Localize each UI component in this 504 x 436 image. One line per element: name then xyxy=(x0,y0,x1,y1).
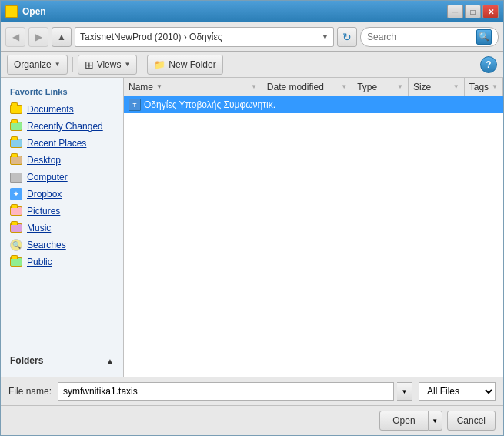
sidebar-item-desktop-label: Desktop xyxy=(27,155,61,166)
col-type-label: Type xyxy=(357,82,377,92)
sidebar-item-pictures-label: Pictures xyxy=(27,206,60,216)
filename-dropdown-arrow[interactable]: ▼ xyxy=(397,382,412,401)
sidebar-bottom: Folders ▲ xyxy=(1,350,123,371)
column-headers: Name ▼ ▼ Date modified ▼ Type ▼ Size ▼ xyxy=(124,78,503,96)
filename-label: File name: xyxy=(8,386,52,397)
sidebar-item-pictures[interactable]: Pictures xyxy=(1,203,123,220)
views-label: Views xyxy=(97,59,122,70)
table-row[interactable]: T Οδηγίες Υποβολής Συμφωνητικ... symfwni… xyxy=(124,96,503,113)
organize-button[interactable]: Organize ▼ xyxy=(7,55,68,75)
dropbox-icon: ✦ xyxy=(10,188,22,200)
new-folder-label: New Folder xyxy=(169,59,215,70)
minimize-button[interactable]: ─ xyxy=(447,5,463,18)
computer-icon xyxy=(10,171,22,183)
sidebar-item-recent-places-label: Recent Places xyxy=(27,138,86,149)
organize-arrow: ▼ xyxy=(55,61,61,68)
sidebar-section-title: Favorite Links xyxy=(1,84,123,99)
file-type-icon: T xyxy=(129,99,141,111)
col-name-sort: ▼ xyxy=(156,83,162,90)
public-icon xyxy=(10,256,22,268)
forward-button[interactable]: ▶ xyxy=(28,27,48,47)
music-icon xyxy=(10,222,22,234)
sidebar-item-music[interactable]: Music xyxy=(1,220,123,236)
col-header-tags[interactable]: Tags ▼ xyxy=(465,78,503,96)
sidebar-item-music-label: Music xyxy=(27,223,51,233)
refresh-button[interactable]: ↻ xyxy=(337,27,357,47)
col-header-size[interactable]: Size ▼ xyxy=(409,78,465,96)
new-folder-button[interactable]: 📁 New Folder xyxy=(147,55,222,75)
recently-changed-icon xyxy=(10,120,22,132)
sidebar-item-computer[interactable]: Computer xyxy=(1,169,123,186)
col-size-label: Size xyxy=(413,82,431,92)
views-arrow: ▼ xyxy=(124,61,130,68)
pictures-icon xyxy=(10,205,22,217)
path-text: TaxisnetNewProd (2010) › Οδηγίες xyxy=(80,32,222,42)
sidebar-item-searches[interactable]: 🔍 Searches xyxy=(1,236,123,253)
col-tags-label: Tags xyxy=(469,82,489,92)
sidebar-item-recently-changed-label: Recently Changed xyxy=(27,121,103,132)
sidebar-item-dropbox-label: Dropbox xyxy=(27,189,62,200)
sidebar: Favorite Links Documents Recently Change… xyxy=(1,78,124,377)
organize-label: Organize xyxy=(14,59,52,70)
up-button[interactable]: ▲ xyxy=(52,27,72,47)
file-list-area: Name ▼ ▼ Date modified ▼ Type ▼ Size ▼ xyxy=(124,78,503,377)
search-input[interactable] xyxy=(367,32,473,42)
sidebar-item-public-label: Public xyxy=(27,257,52,267)
col-header-date[interactable]: Date modified ▼ xyxy=(262,78,352,96)
toolbar-separator-2 xyxy=(142,57,142,72)
bottom-bar: File name: ▼ All Files xyxy=(1,377,503,405)
maximize-button[interactable]: □ xyxy=(465,5,481,18)
folders-arrow: ▲ xyxy=(106,357,114,365)
path-dropdown[interactable]: TaxisnetNewProd (2010) › Οδηγίες ▼ xyxy=(75,27,334,47)
window-controls: ─ □ ✕ xyxy=(447,5,499,18)
back-button[interactable]: ◀ xyxy=(5,27,25,47)
sidebar-item-public[interactable]: Public xyxy=(1,253,123,270)
filename-input-wrapper: ▼ xyxy=(58,382,412,401)
filetype-select-wrapper: All Files xyxy=(419,382,496,401)
address-bar: ◀ ▶ ▲ TaxisnetNewProd (2010) › Οδηγίες ▼… xyxy=(1,22,503,52)
help-label: ? xyxy=(486,59,491,70)
help-button[interactable]: ? xyxy=(480,56,497,73)
path-dropdown-arrow: ▼ xyxy=(322,33,329,41)
folders-section[interactable]: Folders ▲ xyxy=(1,350,123,371)
views-button[interactable]: ⊞ Views ▼ xyxy=(78,55,138,75)
window-icon xyxy=(5,5,18,18)
window-title: Open xyxy=(22,6,447,17)
col-header-type[interactable]: Type ▼ xyxy=(352,78,409,96)
open-button-group: Open ▼ xyxy=(379,411,442,431)
open-button[interactable]: Open xyxy=(379,411,428,431)
search-box: 🔍 xyxy=(360,27,499,47)
col-name-label: Name xyxy=(129,82,153,92)
filename-input[interactable] xyxy=(58,382,394,401)
sidebar-item-recent-places[interactable]: Recent Places xyxy=(1,135,123,152)
sidebar-item-desktop[interactable]: Desktop xyxy=(1,152,123,169)
file-cell-size xyxy=(433,96,494,113)
recent-places-icon xyxy=(10,137,22,149)
searches-icon: 🔍 xyxy=(10,239,22,251)
content-area: Favorite Links Documents Recently Change… xyxy=(1,78,503,377)
toolbar: Organize ▼ ⊞ Views ▼ 📁 New Folder ? xyxy=(1,52,503,78)
folders-label: Folders xyxy=(10,355,43,366)
filetype-select[interactable]: All Files xyxy=(419,382,496,401)
file-cell-name: T Οδηγίες Υποβολής Συμφωνητικ... symfwni… xyxy=(124,96,275,113)
file-cell-type xyxy=(373,96,434,113)
file-name-prefix: Οδηγίες Υποβολής Συμφωνητικ... xyxy=(144,99,275,110)
sidebar-item-recently-changed[interactable]: Recently Changed xyxy=(1,118,123,135)
sidebar-item-dropbox[interactable]: ✦ Dropbox xyxy=(1,186,123,203)
title-bar: Open ─ □ ✕ xyxy=(1,1,503,22)
file-rows: T Οδηγίες Υποβολής Συμφωνητικ... symfwni… xyxy=(124,96,503,377)
sidebar-item-computer-label: Computer xyxy=(27,172,68,183)
desktop-icon xyxy=(10,154,22,166)
open-button-arrow[interactable]: ▼ xyxy=(429,411,442,431)
file-cell-tags xyxy=(494,96,503,113)
file-cell-date xyxy=(275,96,373,113)
search-button[interactable]: 🔍 xyxy=(476,29,492,45)
bottom-buttons-bar: Open ▼ Cancel xyxy=(1,405,503,435)
close-button[interactable]: ✕ xyxy=(482,5,499,18)
col-date-label: Date modified xyxy=(267,82,324,92)
col-header-name[interactable]: Name ▼ ▼ xyxy=(124,78,262,96)
sidebar-item-documents[interactable]: Documents xyxy=(1,101,123,118)
sidebar-item-searches-label: Searches xyxy=(27,240,66,250)
documents-icon xyxy=(10,103,22,116)
cancel-button[interactable]: Cancel xyxy=(447,411,496,431)
